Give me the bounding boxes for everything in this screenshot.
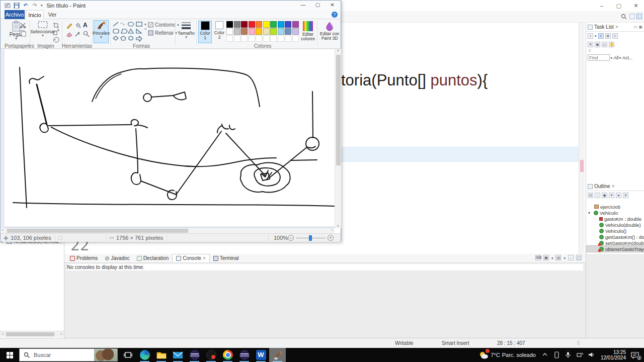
maximize-view-icon[interactable]: ▢ (576, 255, 582, 260)
palette-swatch[interactable] (292, 35, 299, 42)
hide-fields-icon[interactable]: ◆ (602, 193, 607, 198)
collapse-icon[interactable]: ▭ (602, 42, 607, 47)
filter-all[interactable]: All (614, 55, 619, 60)
outline-row-field[interactable]: gastoKm : double (586, 216, 644, 222)
palette-swatch[interactable] (249, 28, 255, 35)
palette-swatch[interactable] (234, 21, 240, 28)
palette-swatch[interactable] (256, 28, 262, 35)
outline-row-setter[interactable]: setGastoKm(double (586, 240, 644, 246)
palette-swatch[interactable] (292, 21, 299, 28)
speaker-icon[interactable] (588, 351, 596, 359)
focus-icon[interactable]: ◉ (595, 42, 600, 47)
palette-swatch[interactable] (226, 21, 233, 28)
open-console-icon[interactable]: ⌨ (535, 255, 541, 260)
paint-titlebar[interactable]: ↶ ↷ ▾ Sin título - Paint — ▢ ✕ (1, 1, 341, 10)
save-icon[interactable] (14, 3, 20, 9)
palette-swatch[interactable] (241, 21, 248, 28)
tab-terminal[interactable]: Terminal (210, 254, 243, 262)
taskbar-app-eclipse[interactable] (186, 348, 203, 362)
taskbar-search[interactable]: Buscar (19, 348, 118, 361)
magnifier-icon[interactable] (83, 31, 90, 37)
palette-swatch[interactable] (278, 28, 284, 35)
edit-colors-button[interactable]: Editar colores (300, 21, 315, 41)
palette-swatch[interactable] (256, 21, 262, 28)
scroll-right-icon[interactable]: › (58, 331, 64, 337)
palette-swatch[interactable] (241, 35, 248, 42)
open-perspective-icon[interactable] (629, 14, 635, 19)
outline-row-class[interactable]: ▾Vehiculo (586, 210, 644, 216)
display-console-icon[interactable]: ▣ (543, 255, 549, 260)
brushes-button[interactable]: Pinceles ▾ (94, 20, 109, 43)
weather-condition[interactable]: Parc. soleado (502, 352, 536, 358)
fill-bucket-icon[interactable] (74, 22, 81, 29)
weather-icon[interactable] (478, 350, 489, 359)
palette-swatch[interactable] (285, 28, 291, 35)
canvas-vertical-scrollbar[interactable]: ˄˅ (335, 49, 341, 228)
rotate-icon[interactable] (53, 36, 59, 43)
palette-swatch[interactable] (263, 35, 270, 42)
network-icon[interactable] (577, 351, 584, 359)
palette-swatch[interactable] (285, 21, 291, 28)
eraser-icon[interactable] (66, 31, 72, 37)
select-button[interactable]: Seleccionar ▾ (32, 21, 54, 37)
hide-nonpublic-icon[interactable]: ● (616, 193, 621, 198)
taskbar-app-explorer[interactable] (153, 348, 170, 362)
palette-swatch[interactable] (270, 35, 277, 42)
scheduled-icon[interactable]: ≣ (605, 33, 611, 39)
categorized-icon[interactable]: ≡ (598, 33, 604, 39)
palette-swatch[interactable] (292, 28, 299, 35)
task-list-tab[interactable]: Task List × ▭ ▣ (586, 23, 644, 32)
scroll-left-icon[interactable]: ‹ (2, 228, 3, 232)
outline-row-getter[interactable]: getGastoKm() : dou (586, 234, 644, 240)
zoom-in-icon[interactable]: + (328, 235, 334, 241)
java-perspective-icon[interactable] (636, 14, 642, 19)
zoom-slider[interactable] (296, 238, 326, 238)
search-highlight-image[interactable] (94, 349, 117, 361)
color2-button[interactable]: Color 2 (213, 21, 226, 40)
resize-icon[interactable] (53, 29, 59, 36)
stamp-icon[interactable]: ✋ (609, 42, 614, 47)
taskbar-app-eclipse-2[interactable] (236, 348, 253, 362)
taskbar-app-edge[interactable] (136, 348, 153, 362)
palette-swatch[interactable] (226, 28, 233, 35)
start-button[interactable] (0, 348, 19, 362)
tab-inicio[interactable]: Inicio (26, 10, 44, 19)
palette-swatch[interactable] (249, 35, 255, 42)
chevron-up-icon[interactable] (542, 351, 549, 359)
outline-row-ctor2[interactable]: Vehiculo() (586, 228, 644, 234)
redo-icon[interactable]: ↷ (32, 3, 38, 9)
weather-temp[interactable]: 7°C (491, 352, 500, 358)
search-icon[interactable] (621, 14, 627, 20)
size-button[interactable]: Tamaño ▾ (178, 21, 195, 38)
palette-swatch[interactable] (241, 28, 248, 35)
palette-swatch[interactable] (278, 21, 284, 28)
text-tool-icon[interactable]: A (83, 22, 88, 29)
outline-tab[interactable]: Outline × (586, 182, 644, 191)
shapes-more-icon[interactable]: ▾≡ (144, 22, 146, 31)
chevron-down-icon[interactable]: ▾ (588, 211, 592, 215)
scroll-right-icon[interactable]: › (332, 228, 333, 232)
taskbar-app-media[interactable] (203, 348, 219, 362)
maximize-icon[interactable]: ▢ (310, 1, 325, 10)
palette-swatch[interactable] (270, 21, 277, 28)
tab-archivo[interactable]: Archivo (5, 10, 25, 19)
palette-swatch[interactable] (256, 35, 262, 42)
palette-swatch[interactable] (234, 35, 240, 42)
zoom-slider-thumb[interactable] (309, 235, 312, 241)
help-icon[interactable]: ? (332, 12, 338, 18)
close-view-icon[interactable]: × (615, 24, 618, 30)
tab-declaration[interactable]: Declaration (133, 254, 173, 262)
palette-swatch[interactable] (249, 21, 255, 28)
outline-button[interactable]: Contorno▾ (148, 22, 179, 28)
new-task-icon[interactable]: + (588, 33, 593, 39)
shapes-gallery[interactable] (112, 21, 143, 42)
minimize-icon[interactable]: — (296, 1, 310, 10)
palette-swatch[interactable] (285, 35, 291, 42)
pin-console-icon[interactable]: ▤ (555, 255, 561, 260)
taskbar-clock[interactable]: 13:25 12/01/2024 (601, 349, 626, 360)
customize-qat-icon[interactable]: ▾ (41, 3, 43, 9)
tab-problems[interactable]: Problems (66, 254, 101, 262)
eyedropper-icon[interactable] (74, 31, 81, 37)
close-view-icon[interactable]: × (612, 184, 615, 189)
copy-icon[interactable] (20, 30, 26, 37)
